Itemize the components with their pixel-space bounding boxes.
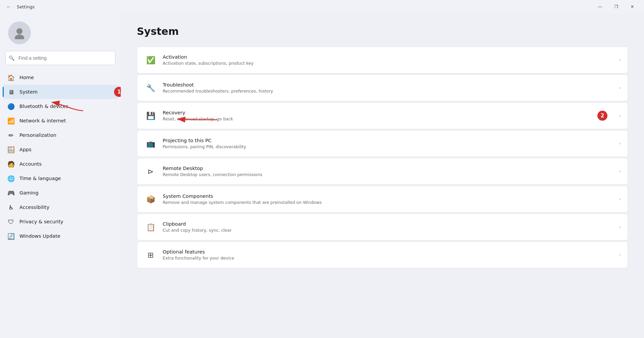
svg-point-1 [15,35,24,39]
setting-card-recovery[interactable]: 💾 Recovery Reset, advanced startup, go b… [137,102,628,129]
sidebar-nav: 🏠 Home 🖥 System 1 🔵 Bluetooth & devices … [0,70,121,243]
setting-text-clipboard: Clipboard Cut and copy history, sync, cl… [163,221,615,233]
sidebar-item-apps[interactable]: 🪟 Apps [3,143,118,157]
setting-icon-remotedesktop: ⊳ [144,165,157,178]
setting-text-projecting: Projecting to this PC Permissions, pairi… [163,138,615,149]
nav-label-privacy: Privacy & security [19,219,63,224]
setting-text-remotedesktop: Remote Desktop Remote Desktop users, con… [163,166,615,177]
nav-icon-bluetooth: 🔵 [7,103,15,110]
back-button[interactable]: ← [4,2,13,11]
maximize-button[interactable]: ❐ [608,1,624,12]
app-title: Settings [17,4,589,9]
nav-icon-windowsupdate: 🔄 [7,232,15,240]
sidebar-item-windowsupdate[interactable]: 🔄 Windows Update [3,229,118,243]
content-area: System ✅ Activation Activation state, su… [121,13,644,338]
setting-icon-troubleshoot: 🔧 [144,81,157,95]
sidebar-item-personalization[interactable]: ✏️ Personalization [3,128,118,142]
nav-label-timelanguage: Time & language [19,176,61,181]
setting-card-systemcomponents[interactable]: 📦 System Components Remove and manage sy… [137,186,628,213]
nav-icon-personalization: ✏️ [7,131,15,139]
setting-desc-systemcomponents: Remove and manage system components that… [163,200,615,205]
sidebar-item-timelanguage[interactable]: 🌐 Time & language [3,171,118,185]
nav-icon-timelanguage: 🌐 [7,175,15,182]
nav-icon-privacy: 🛡 [7,218,15,225]
sidebar-item-privacy[interactable]: 🛡 Privacy & security [3,215,118,229]
nav-label-home: Home [19,75,34,80]
nav-icon-network: 📶 [7,117,15,124]
setting-desc-remotedesktop: Remote Desktop users, connection permiss… [163,172,615,177]
chevron-icon-systemcomponents: › [619,197,621,202]
setting-icon-recovery: 💾 [144,109,157,122]
sidebar-item-network[interactable]: 📶 Network & internet [3,114,118,128]
setting-card-activation[interactable]: ✅ Activation Activation state, subscript… [137,47,628,73]
annotation-badge-1: 1 [114,87,121,97]
nav-icon-home: 🏠 [7,74,15,81]
chevron-icon-troubleshoot: › [619,86,621,90]
chevron-icon-activation: › [619,58,621,62]
minimize-button[interactable]: — [592,1,608,12]
setting-title-recovery: Recovery [163,110,615,115]
annotation-badge-2: 2 [597,111,607,121]
window-controls: — ❐ ✕ [592,1,640,12]
setting-card-optionalfeatures[interactable]: ⊞ Optional features Extra functionality … [137,241,628,268]
nav-label-bluetooth: Bluetooth & devices [19,104,68,109]
page-title: System [137,25,628,37]
setting-title-activation: Activation [163,54,615,60]
svg-point-0 [16,28,22,34]
user-section [0,13,121,51]
setting-text-systemcomponents: System Components Remove and manage syst… [163,193,615,205]
close-button[interactable]: ✕ [625,1,640,12]
setting-desc-activation: Activation state, subscriptions, product… [163,61,615,66]
search-area: 🔍 [0,51,121,70]
nav-icon-system: 🖥 [7,88,15,96]
chevron-icon-recovery: › [619,113,621,118]
setting-icon-optionalfeatures: ⊞ [144,248,157,262]
setting-title-troubleshoot: Troubleshoot [163,82,615,88]
setting-card-remotedesktop[interactable]: ⊳ Remote Desktop Remote Desktop users, c… [137,158,628,185]
app-body: 🔍 🏠 Home 🖥 System 1 🔵 Bluetooth & device… [0,13,644,338]
setting-text-recovery: Recovery Reset, advanced startup, go bac… [163,110,615,121]
setting-desc-optionalfeatures: Extra functionality for your device [163,256,615,261]
setting-desc-projecting: Permissions, pairing PIN, discoverabilit… [163,144,615,149]
nav-label-network: Network & internet [19,118,66,123]
setting-text-activation: Activation Activation state, subscriptio… [163,54,615,66]
chevron-icon-optionalfeatures: › [619,252,621,257]
sidebar-item-gaming[interactable]: 🎮 Gaming [3,186,118,200]
nav-icon-apps: 🪟 [7,146,15,153]
setting-card-projecting[interactable]: 📺 Projecting to this PC Permissions, pai… [137,130,628,157]
sidebar-item-bluetooth[interactable]: 🔵 Bluetooth & devices [3,99,118,113]
setting-icon-systemcomponents: 📦 [144,192,157,206]
setting-card-clipboard[interactable]: 📋 Clipboard Cut and copy history, sync, … [137,214,628,240]
setting-icon-activation: ✅ [144,53,157,67]
setting-title-systemcomponents: System Components [163,193,615,199]
sidebar-item-accounts[interactable]: 🧑 Accounts [3,157,118,171]
sidebar-item-accessibility[interactable]: ♿ Accessibility [3,200,118,214]
nav-label-gaming: Gaming [19,190,39,195]
nav-label-system: System [19,89,38,95]
setting-title-projecting: Projecting to this PC [163,138,615,143]
setting-icon-clipboard: 📋 [144,220,157,234]
setting-title-clipboard: Clipboard [163,221,615,227]
titlebar: ← Settings — ❐ ✕ [0,0,644,13]
nav-icon-accessibility: ♿ [7,204,15,211]
settings-list: ✅ Activation Activation state, subscript… [137,47,628,268]
sidebar-item-system[interactable]: 🖥 System 1 [3,85,118,99]
chevron-icon-clipboard: › [619,225,621,229]
sidebar: 🔍 🏠 Home 🖥 System 1 🔵 Bluetooth & device… [0,13,121,338]
sidebar-item-home[interactable]: 🏠 Home [3,70,118,84]
setting-desc-troubleshoot: Recommended troubleshooters, preferences… [163,89,615,94]
avatar [8,21,31,44]
nav-label-personalization: Personalization [19,132,56,138]
setting-card-troubleshoot[interactable]: 🔧 Troubleshoot Recommended troubleshoote… [137,74,628,101]
nav-icon-accounts: 🧑 [7,160,15,168]
nav-icon-gaming: 🎮 [7,189,15,196]
setting-text-troubleshoot: Troubleshoot Recommended troubleshooters… [163,82,615,94]
chevron-icon-remotedesktop: › [619,169,621,174]
setting-title-remotedesktop: Remote Desktop [163,166,615,171]
search-input[interactable] [5,51,115,65]
nav-label-windowsupdate: Windows Update [19,233,60,239]
setting-desc-recovery: Reset, advanced startup, go back [163,116,615,121]
nav-label-apps: Apps [19,147,32,152]
nav-label-accounts: Accounts [19,161,42,167]
search-icon: 🔍 [9,55,14,61]
